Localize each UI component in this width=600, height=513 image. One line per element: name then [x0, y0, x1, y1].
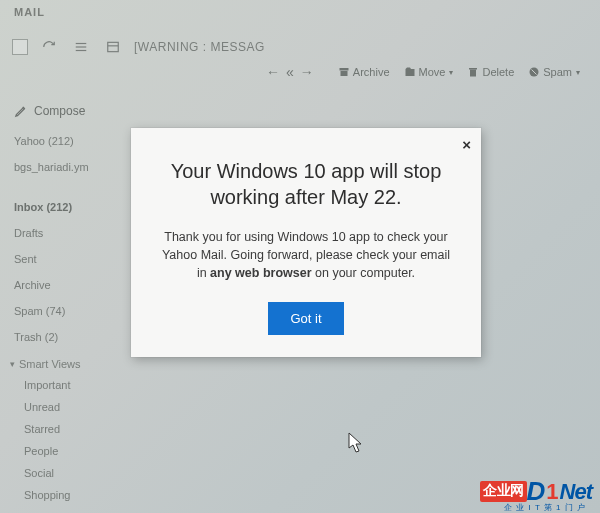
smartview-social[interactable]: Social: [10, 462, 120, 484]
watermark-box: 企业网: [480, 481, 527, 502]
app-header: MAIL: [0, 0, 600, 30]
svg-rect-1: [76, 46, 87, 47]
smartview-starred[interactable]: Starred: [10, 418, 120, 440]
svg-rect-0: [76, 43, 87, 44]
folder-inbox[interactable]: Inbox (212): [10, 194, 120, 220]
folder-spam[interactable]: Spam (74): [10, 298, 120, 324]
action-bar: ← « → Archive Move ▾ Delete Spam ▾: [0, 62, 600, 86]
chevron-down-icon: ▾: [10, 359, 15, 369]
app-label: MAIL: [14, 6, 45, 18]
delete-button[interactable]: Delete: [463, 64, 518, 80]
folder-drafts[interactable]: Drafts: [10, 220, 120, 246]
account-item[interactable]: bgs_hariadi.ym: [10, 154, 120, 180]
folder-archive[interactable]: Archive: [10, 272, 120, 298]
delete-label: Delete: [482, 66, 514, 78]
svg-rect-6: [340, 71, 347, 76]
move-label: Move: [419, 66, 446, 78]
smartview-shopping[interactable]: Shopping: [10, 484, 120, 506]
chevron-down-icon: ▾: [449, 68, 453, 77]
notice-dialog: × Your Windows 10 app will stop working …: [131, 128, 481, 357]
chevron-down-icon: ▾: [576, 68, 580, 77]
pane-icon[interactable]: [102, 36, 124, 58]
sidebar: Compose Yahoo (212) bgs_hariadi.ym Inbox…: [0, 96, 120, 513]
account-item[interactable]: Yahoo (212): [10, 128, 120, 154]
select-all-checkbox[interactable]: [12, 39, 28, 55]
message-toolbar: [WARNING : MESSAG: [0, 30, 600, 62]
got-it-button[interactable]: Got it: [268, 302, 343, 335]
forward-icon[interactable]: →: [300, 64, 314, 80]
svg-rect-8: [469, 68, 477, 70]
spam-button[interactable]: Spam ▾: [524, 64, 584, 80]
reply-icon[interactable]: ←: [266, 64, 280, 80]
archive-label: Archive: [353, 66, 390, 78]
smart-views-heading[interactable]: ▾ Smart Views: [10, 350, 120, 374]
smartview-people[interactable]: People: [10, 440, 120, 462]
svg-rect-3: [108, 42, 119, 51]
smartview-important[interactable]: Important: [10, 374, 120, 396]
compose-button[interactable]: Compose: [10, 100, 120, 128]
compose-label: Compose: [34, 104, 85, 118]
spam-label: Spam: [543, 66, 572, 78]
warning-text: [WARNING : MESSAG: [134, 40, 265, 54]
svg-rect-2: [76, 50, 87, 51]
svg-rect-7: [470, 70, 476, 77]
dialog-title: Your Windows 10 app will stop working af…: [161, 158, 451, 210]
svg-rect-5: [339, 68, 348, 71]
archive-button[interactable]: Archive: [334, 64, 394, 80]
smartview-unread[interactable]: Unread: [10, 396, 120, 418]
menu-icon[interactable]: [70, 36, 92, 58]
refresh-icon[interactable]: [38, 36, 60, 58]
watermark-net: Net: [560, 479, 592, 505]
watermark-1: 1: [546, 479, 558, 505]
watermark-sub: 企 业 I T 第 1 门 户: [504, 502, 586, 513]
reply-all-icon[interactable]: «: [286, 64, 294, 80]
close-icon[interactable]: ×: [462, 136, 471, 153]
folder-trash[interactable]: Trash (2): [10, 324, 120, 350]
move-button[interactable]: Move ▾: [400, 64, 458, 80]
folder-sent[interactable]: Sent: [10, 246, 120, 272]
dialog-body: Thank you for using Windows 10 app to ch…: [159, 228, 453, 282]
cursor-icon: [348, 432, 364, 454]
